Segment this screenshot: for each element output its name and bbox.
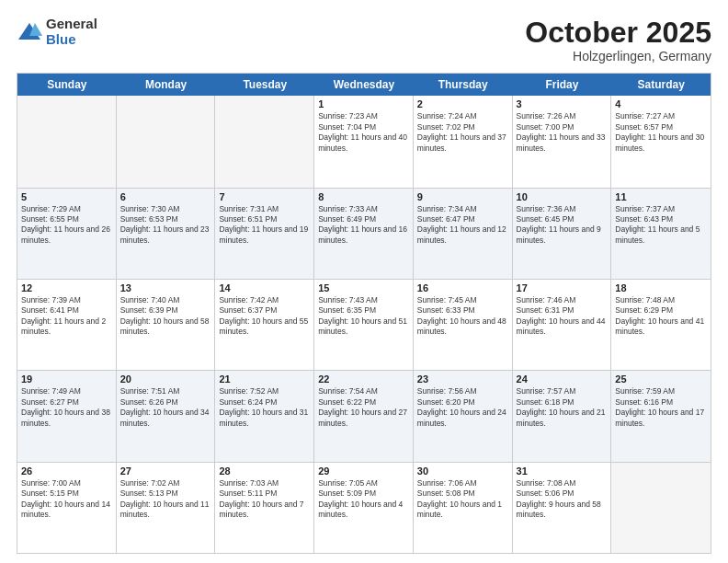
calendar-cell: 2Sunrise: 7:24 AM Sunset: 7:02 PM Daylig…: [414, 96, 513, 187]
cell-date: 6: [120, 191, 211, 202]
cell-date: 26: [21, 465, 112, 477]
logo: General Blue: [17, 17, 97, 47]
cell-info: Sunrise: 7:34 AM Sunset: 6:47 PM Dayligh…: [417, 204, 508, 247]
cell-info: Sunrise: 7:29 AM Sunset: 6:55 PM Dayligh…: [21, 204, 112, 247]
cell-info: Sunrise: 7:06 AM Sunset: 5:08 PM Dayligh…: [417, 478, 508, 521]
calendar-cell: 17Sunrise: 7:46 AM Sunset: 6:31 PM Dayli…: [513, 280, 612, 370]
calendar-row: 5Sunrise: 7:29 AM Sunset: 6:55 PM Daylig…: [17, 188, 711, 279]
cell-date: 7: [219, 191, 310, 202]
cell-info: Sunrise: 7:39 AM Sunset: 6:41 PM Dayligh…: [21, 295, 112, 338]
cell-date: 12: [21, 282, 112, 293]
logo-general: General: [46, 17, 97, 32]
calendar-cell: 22Sunrise: 7:54 AM Sunset: 6:22 PM Dayli…: [314, 371, 414, 461]
cell-date: 20: [120, 373, 211, 385]
cell-date: 9: [417, 191, 508, 202]
calendar-cell: 27Sunrise: 7:02 AM Sunset: 5:13 PM Dayli…: [117, 463, 216, 553]
day-header-thursday: Thursday: [414, 74, 513, 96]
cell-date: 28: [219, 465, 310, 477]
calendar-cell: 3Sunrise: 7:26 AM Sunset: 7:00 PM Daylig…: [513, 96, 612, 187]
cell-info: Sunrise: 7:08 AM Sunset: 5:06 PM Dayligh…: [517, 478, 608, 521]
cell-date: 25: [615, 373, 707, 385]
cell-date: 30: [417, 465, 508, 477]
calendar-cell: 18Sunrise: 7:48 AM Sunset: 6:29 PM Dayli…: [611, 280, 711, 370]
cell-date: 23: [417, 373, 508, 385]
cell-info: Sunrise: 7:26 AM Sunset: 7:00 PM Dayligh…: [517, 111, 608, 154]
day-header-friday: Friday: [513, 74, 612, 96]
cell-info: Sunrise: 7:56 AM Sunset: 6:20 PM Dayligh…: [417, 386, 508, 429]
header: General Blue October 2025 Holzgerlingen,…: [17, 17, 711, 63]
calendar: SundayMondayTuesdayWednesdayThursdayFrid…: [17, 73, 711, 554]
cell-info: Sunrise: 7:30 AM Sunset: 6:53 PM Dayligh…: [120, 204, 211, 247]
cell-date: 13: [120, 282, 211, 293]
calendar-cell: 24Sunrise: 7:57 AM Sunset: 6:18 PM Dayli…: [513, 371, 612, 461]
cell-info: Sunrise: 7:57 AM Sunset: 6:18 PM Dayligh…: [517, 386, 608, 429]
day-headers: SundayMondayTuesdayWednesdayThursdayFrid…: [17, 74, 711, 96]
cell-info: Sunrise: 7:03 AM Sunset: 5:11 PM Dayligh…: [219, 478, 310, 521]
calendar-cell: 12Sunrise: 7:39 AM Sunset: 6:41 PM Dayli…: [17, 280, 117, 370]
day-header-saturday: Saturday: [611, 74, 711, 96]
cell-date: 19: [21, 373, 112, 385]
cell-info: Sunrise: 7:36 AM Sunset: 6:45 PM Dayligh…: [517, 204, 608, 247]
calendar-cell: 28Sunrise: 7:03 AM Sunset: 5:11 PM Dayli…: [215, 463, 314, 553]
day-header-tuesday: Tuesday: [215, 74, 314, 96]
calendar-cell: 11Sunrise: 7:37 AM Sunset: 6:43 PM Dayli…: [611, 189, 711, 279]
calendar-cell: 4Sunrise: 7:27 AM Sunset: 6:57 PM Daylig…: [611, 96, 711, 187]
calendar-cell: 9Sunrise: 7:34 AM Sunset: 6:47 PM Daylig…: [414, 189, 513, 279]
calendar-cell: 8Sunrise: 7:33 AM Sunset: 6:49 PM Daylig…: [314, 189, 414, 279]
title-block: October 2025 Holzgerlingen, Germany: [525, 17, 711, 63]
calendar-cell: 16Sunrise: 7:45 AM Sunset: 6:33 PM Dayli…: [414, 280, 513, 370]
calendar-cell: 19Sunrise: 7:49 AM Sunset: 6:27 PM Dayli…: [17, 371, 117, 461]
cell-info: Sunrise: 7:27 AM Sunset: 6:57 PM Dayligh…: [615, 111, 707, 154]
cell-date: 3: [517, 98, 608, 109]
cell-date: 31: [517, 465, 608, 477]
cell-info: Sunrise: 7:24 AM Sunset: 7:02 PM Dayligh…: [417, 111, 508, 154]
calendar-cell: 1Sunrise: 7:23 AM Sunset: 7:04 PM Daylig…: [314, 96, 414, 187]
cell-date: 24: [517, 373, 608, 385]
calendar-cell: [215, 96, 314, 187]
month-title: October 2025: [525, 17, 711, 49]
calendar-cell: 23Sunrise: 7:56 AM Sunset: 6:20 PM Dayli…: [414, 371, 513, 461]
cell-info: Sunrise: 7:52 AM Sunset: 6:24 PM Dayligh…: [219, 386, 310, 429]
cell-date: 16: [417, 282, 508, 293]
day-header-sunday: Sunday: [17, 74, 117, 96]
cell-info: Sunrise: 7:40 AM Sunset: 6:39 PM Dayligh…: [120, 295, 211, 338]
logo-text: General Blue: [46, 17, 97, 47]
day-header-wednesday: Wednesday: [314, 74, 414, 96]
cell-date: 29: [318, 465, 409, 477]
cell-date: 8: [318, 191, 409, 202]
calendar-row: 26Sunrise: 7:00 AM Sunset: 5:15 PM Dayli…: [17, 462, 711, 553]
cell-info: Sunrise: 7:31 AM Sunset: 6:51 PM Dayligh…: [219, 204, 310, 247]
cell-info: Sunrise: 7:00 AM Sunset: 5:15 PM Dayligh…: [21, 478, 112, 521]
day-header-monday: Monday: [117, 74, 216, 96]
cell-date: 10: [517, 191, 608, 202]
cell-date: 22: [318, 373, 409, 385]
cell-date: 14: [219, 282, 310, 293]
cell-date: 27: [120, 465, 211, 477]
cell-info: Sunrise: 7:02 AM Sunset: 5:13 PM Dayligh…: [120, 478, 211, 521]
cell-info: Sunrise: 7:51 AM Sunset: 6:26 PM Dayligh…: [120, 386, 211, 429]
calendar-cell: 21Sunrise: 7:52 AM Sunset: 6:24 PM Dayli…: [215, 371, 314, 461]
calendar-cell: [611, 463, 711, 553]
cell-info: Sunrise: 7:33 AM Sunset: 6:49 PM Dayligh…: [318, 204, 409, 247]
cell-info: Sunrise: 7:59 AM Sunset: 6:16 PM Dayligh…: [615, 386, 707, 429]
cell-date: 4: [615, 98, 707, 109]
cell-date: 2: [417, 98, 508, 109]
calendar-cell: [17, 96, 117, 187]
cell-info: Sunrise: 7:46 AM Sunset: 6:31 PM Dayligh…: [517, 295, 608, 338]
calendar-cell: 14Sunrise: 7:42 AM Sunset: 6:37 PM Dayli…: [215, 280, 314, 370]
cell-info: Sunrise: 7:43 AM Sunset: 6:35 PM Dayligh…: [318, 295, 409, 338]
logo-icon: [17, 19, 42, 45]
cell-date: 1: [318, 98, 409, 109]
calendar-body: 1Sunrise: 7:23 AM Sunset: 7:04 PM Daylig…: [17, 96, 711, 553]
cell-date: 5: [21, 191, 112, 202]
calendar-cell: 13Sunrise: 7:40 AM Sunset: 6:39 PM Dayli…: [117, 280, 216, 370]
cell-date: 18: [615, 282, 707, 293]
cell-date: 17: [517, 282, 608, 293]
cell-info: Sunrise: 7:23 AM Sunset: 7:04 PM Dayligh…: [318, 111, 409, 154]
calendar-cell: 30Sunrise: 7:06 AM Sunset: 5:08 PM Dayli…: [414, 463, 513, 553]
cell-info: Sunrise: 7:54 AM Sunset: 6:22 PM Dayligh…: [318, 386, 409, 429]
cell-date: 11: [615, 191, 707, 202]
cell-date: 21: [219, 373, 310, 385]
cell-info: Sunrise: 7:37 AM Sunset: 6:43 PM Dayligh…: [615, 204, 707, 247]
cell-info: Sunrise: 7:42 AM Sunset: 6:37 PM Dayligh…: [219, 295, 310, 338]
